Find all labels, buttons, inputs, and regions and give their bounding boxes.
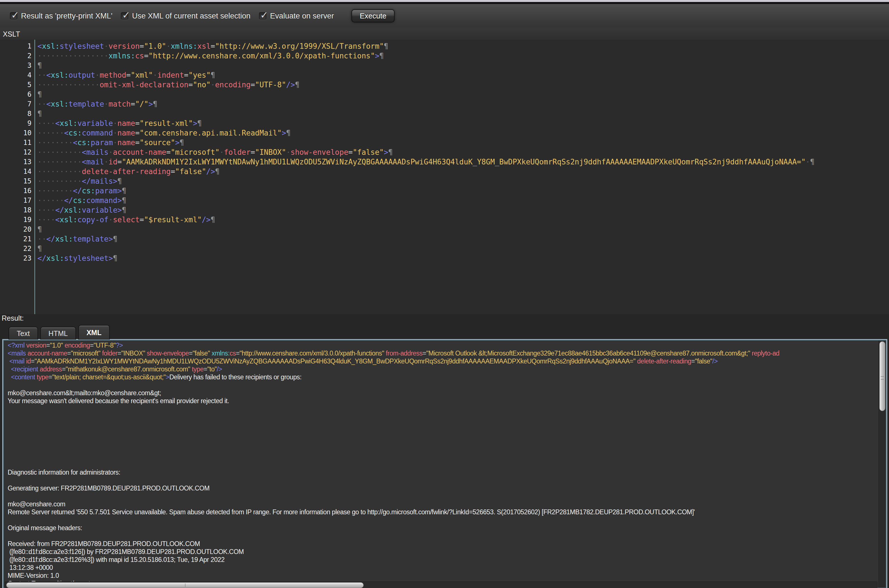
result-line xyxy=(8,516,877,524)
code-token-q: = xyxy=(126,71,131,80)
code-token-x: ([fe80::d1f:d8cc:a2e3:f126%3]) with mapi… xyxy=(8,556,225,563)
code-token-t: <?xml xyxy=(8,342,25,349)
code-token-t: /> xyxy=(217,366,222,373)
result-line: Received: from FR2P281MB0789.DEUP281.PRO… xyxy=(8,540,877,548)
result-line xyxy=(8,413,877,421)
code-token-a: type xyxy=(35,374,48,381)
tab-text[interactable]: Text xyxy=(9,327,38,340)
code-token-a: id xyxy=(24,357,31,365)
code-token-v: "false" xyxy=(175,167,206,176)
code-token-t: stylesheet xyxy=(60,42,104,51)
code-line: ················xmlns:cs="http://www.cen… xyxy=(38,51,814,61)
code-token-a: version xyxy=(108,42,140,51)
result-line: ([fe80::d1f:d8cc:a2e3:f126]) by FR2P281M… xyxy=(8,548,877,556)
code-token-t: </ xyxy=(46,235,55,243)
code-token-v: "false" xyxy=(695,357,712,365)
code-token-t: variable xyxy=(77,119,113,128)
line-number: 12 xyxy=(0,147,32,157)
code-token-n: ¶ xyxy=(379,52,384,60)
code-token-q: = xyxy=(117,158,122,166)
code-token-v: "/" xyxy=(135,100,149,108)
code-token-x: Remote Server returned '550 5.7.501 Serv… xyxy=(8,508,695,516)
result-line: Original message headers: xyxy=(8,524,877,532)
code-area[interactable]: <xsl:stylesheet·version="1.0"·xmlns:xsl=… xyxy=(35,40,814,314)
code-token-q: = xyxy=(166,148,171,156)
code-token-a: version xyxy=(25,342,47,349)
checkbox-label-2: Evaluate on server xyxy=(270,12,334,20)
code-token-w: ·· xyxy=(38,100,46,108)
code-token-w: · xyxy=(211,81,215,89)
code-token-q: = xyxy=(67,350,71,357)
code-token-a: encoding xyxy=(215,81,251,89)
code-token-w: ···· xyxy=(38,216,55,224)
code-token-w: · xyxy=(108,216,113,224)
code-token-a: folder xyxy=(224,148,251,156)
code-token-n: ¶ xyxy=(215,167,219,176)
xslt-code-editor[interactable]: 1234567891011121314151617181920212223 <x… xyxy=(0,40,889,314)
line-number: 3 xyxy=(0,61,32,70)
code-token-a: indent xyxy=(158,71,184,80)
code-token-w: ···· xyxy=(38,206,55,214)
code-token-q: = xyxy=(171,167,175,176)
code-token-w: · xyxy=(95,71,100,80)
window-top-strip xyxy=(0,0,889,2)
code-token-v: "http://www.censhare.com/xml/3.0.0/xpath… xyxy=(149,52,375,60)
horizontal-scrollbar[interactable] xyxy=(5,582,877,588)
result-line: ([fe80::d1f:d8cc:a2e3:f126%3]) with mapi… xyxy=(8,556,877,564)
code-line: ¶ xyxy=(38,225,814,234)
code-line: ··········delete-after-reading="false"/>… xyxy=(38,167,814,176)
line-number: 8 xyxy=(0,109,32,118)
vertical-scrollbar-thumb[interactable] xyxy=(879,341,885,411)
line-number: 22 xyxy=(0,244,32,254)
result-line: Your message wasn't delivered because th… xyxy=(8,397,877,405)
code-token-t: <recipient xyxy=(8,366,38,373)
code-token-q: = xyxy=(184,71,189,80)
code-token-t: > xyxy=(193,119,197,128)
code-token-w: ······ xyxy=(38,129,64,137)
code-token-t: </ xyxy=(38,254,46,262)
code-token-n: ¶ xyxy=(122,206,126,214)
code-token-x: mko@censhare.com&lt;mailto:mko@censhare.… xyxy=(8,389,161,397)
vertical-scrollbar[interactable] xyxy=(878,340,886,588)
tab-html[interactable]: HTML xyxy=(40,327,76,340)
code-token-a: from-address xyxy=(384,350,422,357)
code-token-x: Generating server: FR2P281MB0789.DEUP281… xyxy=(8,484,210,492)
code-token-a: cs xyxy=(230,350,236,357)
code-token-t: </mails> xyxy=(82,177,117,185)
result-line xyxy=(8,444,877,453)
checkbox-label-0: Result as 'pretty-print XML' xyxy=(21,12,112,20)
checkbox-1[interactable]: ✓ xyxy=(121,12,128,20)
code-token-n: ¶ xyxy=(38,90,42,99)
code-token-q: = xyxy=(90,342,94,349)
code-token-t: mails xyxy=(86,148,108,156)
checkbox-0[interactable]: ✓ xyxy=(10,12,17,20)
result-line: Diagnostic information for administrator… xyxy=(8,468,877,476)
code-line: ··</xsl:template>¶ xyxy=(38,234,814,244)
code-token-x: ([fe80::d1f:d8cc:a2e3:f126]) by FR2P281M… xyxy=(8,548,244,555)
code-token-a: select xyxy=(113,216,140,224)
code-token-p: cs: xyxy=(69,129,82,137)
code-token-t: < xyxy=(55,216,60,224)
code-token-p: xsl: xyxy=(60,216,77,224)
horizontal-scrollbar-thumb[interactable] xyxy=(6,582,363,588)
code-token-p: cs: xyxy=(77,138,91,147)
code-token-n: ¶ xyxy=(384,42,388,51)
result-line xyxy=(8,492,877,500)
code-token-t: < xyxy=(38,42,42,51)
code-token-q: = xyxy=(135,119,140,128)
code-line: ····</xsl:variable>¶ xyxy=(38,205,814,215)
code-token-p: xsl: xyxy=(46,254,64,262)
code-token-v: "no" xyxy=(193,81,211,89)
code-token-v: "microsoft" xyxy=(171,148,219,156)
code-token-a: encoding xyxy=(63,342,90,349)
code-token-n: ¶ xyxy=(153,100,158,108)
checkbox-2[interactable]: ✓ xyxy=(259,12,266,20)
code-token-w: ·········· xyxy=(38,177,82,185)
window-top-strip-shadow xyxy=(0,2,889,4)
execute-button[interactable]: Execute xyxy=(351,9,395,22)
code-token-v: "AAMkADRkNDM1Y2IxLWY1MWYtNDAwNy1hMDU1LWQ… xyxy=(35,357,635,365)
result-xml-output[interactable]: <?xml version="1.0" encoding="UTF-8"?><m… xyxy=(8,341,877,588)
tab-xml[interactable]: XML xyxy=(78,325,110,340)
code-token-v: "source" xyxy=(140,138,175,147)
code-token-w: ·· xyxy=(38,71,46,80)
